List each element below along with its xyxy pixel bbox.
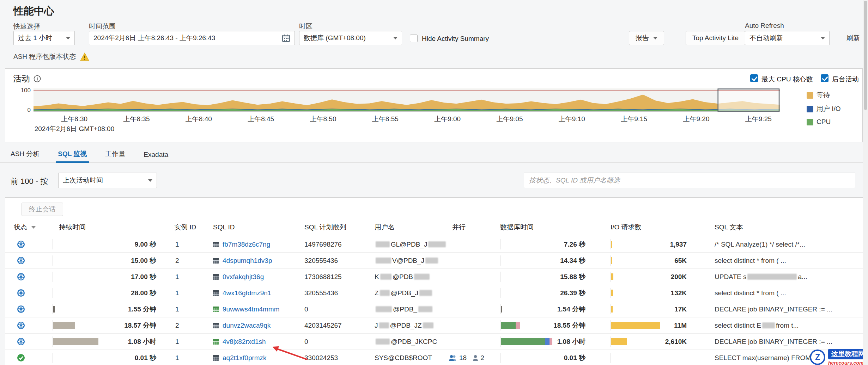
timezone-dropdown[interactable]: 数据库 (GMT+08:00) xyxy=(299,31,402,45)
column-header-9[interactable]: I/O 请求数 xyxy=(611,218,642,236)
duration-value: 9.00 秒 xyxy=(135,236,156,252)
cell-instance-id: 1 xyxy=(175,285,207,301)
activity-area-chart[interactable] xyxy=(34,88,780,112)
time-range-value: 2024年2月6日 上午8:26:43 - 上午9:26:43 xyxy=(93,33,215,43)
io-value: 1,937 xyxy=(670,236,687,252)
redacted-segment xyxy=(414,274,430,280)
column-header-label: 实例 ID xyxy=(174,223,196,232)
hide-activity-summary-label[interactable]: Hide Activity Summary xyxy=(422,35,489,43)
column-header-2[interactable]: 持续时间 xyxy=(59,218,86,236)
cell-sql-id: 0vxfakqhjt36g xyxy=(212,269,301,285)
background-activity-checkbox[interactable] xyxy=(821,74,828,82)
vertical-scrollbar[interactable] xyxy=(863,0,868,365)
duration-value: 0.01 秒 xyxy=(135,350,156,365)
sql-id-link[interactable]: 4v8jx82rxd1sh xyxy=(223,338,266,346)
table-row[interactable]: 28.00 秒14wx16gfdmz9n1320555436Z@PDB_J26.… xyxy=(5,285,863,301)
x-axis-date-label: 2024年2月6日 GMT+08:00 xyxy=(32,124,117,134)
table-row[interactable]: 1.55 分钟19uwwws4tm4mmm0@PDB_1.54 分钟17KDEC… xyxy=(5,301,863,317)
sql-id-link[interactable]: 0vxfakqhjt36g xyxy=(223,273,264,281)
time-range-field[interactable]: 2024年2月6日 上午8:26:43 - 上午9:26:43 xyxy=(89,31,295,45)
cell-parallel xyxy=(448,285,498,301)
text-segment: DECLARE job BINARY_INTEGER := ... xyxy=(715,338,832,346)
legend-swatch xyxy=(807,119,813,125)
sql-id-link[interactable]: aq2t1xf0prmzk xyxy=(223,354,267,362)
scheduler-job-icon xyxy=(212,306,219,313)
column-header-5[interactable]: SQL 计划散列 xyxy=(304,218,346,236)
bar-axis xyxy=(500,272,500,282)
table-row[interactable]: 9.00 秒1fb7m38dz6c7ng1497698276GL@PDB_J7.… xyxy=(5,236,863,253)
text-segment: @PDB_JKCPC xyxy=(391,338,437,346)
cell-plan-hash: 0 xyxy=(304,334,371,349)
text-segment: K xyxy=(375,273,379,281)
cell-status xyxy=(17,236,38,252)
calendar-icon[interactable] xyxy=(282,34,290,42)
io-bar xyxy=(611,338,627,345)
bar-axis xyxy=(53,353,53,363)
column-header-7[interactable]: 并行 xyxy=(452,218,466,236)
io-value: 132K xyxy=(671,285,687,301)
scrollbar-thumb[interactable] xyxy=(864,1,867,110)
cell-status xyxy=(17,350,38,365)
sql-id-link[interactable]: 4wx16gfdmz9n1 xyxy=(223,289,271,297)
text-segment: SELECT max(username) FROM ... xyxy=(715,354,818,362)
sql-running-icon xyxy=(17,256,25,265)
top-activity-lite-button[interactable]: Top Activity Lite xyxy=(686,31,745,45)
cell-instance-id: 1 xyxy=(175,301,207,317)
report-button[interactable]: 报告 xyxy=(629,31,664,45)
max-cpu-cores-checkbox[interactable] xyxy=(750,74,758,82)
sql-id-link[interactable]: 9uwwws4tm4mmm xyxy=(223,305,280,313)
legend-label: 用户 I/O xyxy=(817,104,841,113)
bar-axis xyxy=(53,288,53,298)
column-header-3[interactable]: 实例 ID xyxy=(174,218,196,236)
table-row[interactable]: 1.08 小时14v8jx82rxd1sh0@PDB_JKCPC1.08 小时2… xyxy=(5,334,863,350)
tab-sql-monitoring[interactable]: SQL 监视 xyxy=(56,149,89,163)
cell-io-requests: 200K xyxy=(611,269,689,285)
bar-axis xyxy=(500,353,500,363)
text-segment: DECLARE job BINARY_INTEGER := ... xyxy=(715,305,832,313)
sql-id-link[interactable]: dunvz2waca9qk xyxy=(223,322,271,329)
column-header-1[interactable]: 状态 xyxy=(14,218,36,236)
db-time-bar-segment xyxy=(501,322,516,329)
legend-swatch xyxy=(807,92,813,99)
table-row[interactable]: 17.00 秒10vxfakqhjt36g1730688125K@PDB15.8… xyxy=(5,269,863,285)
warning-icon[interactable] xyxy=(80,52,89,61)
cell-duration: 1.08 小时 xyxy=(53,334,158,349)
time-range-label: 时间范围 xyxy=(89,22,116,31)
chevron-down-icon xyxy=(653,37,657,39)
tab-ash-analytics[interactable]: ASH 分析 xyxy=(8,149,42,163)
io-bar xyxy=(611,322,660,329)
kill-session-button[interactable]: 终止会话 xyxy=(22,203,63,216)
auto-refresh-dropdown[interactable]: 不自动刷新 xyxy=(745,31,830,45)
column-header-4[interactable]: SQL ID xyxy=(213,218,235,236)
bar-axis xyxy=(53,255,53,266)
sort-by-dropdown[interactable]: 上次活动时间 xyxy=(58,173,157,188)
refresh-button[interactable]: 刷新 xyxy=(840,31,866,45)
table-row[interactable]: 18.57 分钟2dunvz2waca9qk4203145267J@PDB_JZ… xyxy=(5,317,863,334)
text-segment: UPDATE s xyxy=(715,273,746,281)
background-activity-label[interactable]: 后台活动 xyxy=(832,75,859,84)
db-time-bar-segment xyxy=(516,322,520,329)
column-header-8[interactable]: 数据库时间 xyxy=(500,218,534,236)
table-row[interactable]: 0.01 秒1aq2t1xf0prmzk330024253SYS@CDB$ROO… xyxy=(5,350,863,365)
sort-caret-icon[interactable] xyxy=(31,226,36,229)
sql-filter-input[interactable] xyxy=(524,173,855,188)
tab-workload[interactable]: 工作量 xyxy=(103,149,127,163)
db-time-value: 0.01 秒 xyxy=(564,350,585,365)
sql-id-link[interactable]: fb7m38dz6c7ng xyxy=(223,241,270,248)
info-icon[interactable] xyxy=(34,75,41,82)
sql-type-icon-wrap xyxy=(212,322,219,329)
cell-io-requests: 2,610K xyxy=(611,334,689,349)
db-time-value: 18.55 分钟 xyxy=(553,317,585,333)
tab-exadata[interactable]: Exadata xyxy=(141,151,170,163)
hide-activity-summary-checkbox[interactable] xyxy=(410,35,418,42)
column-header-label: SQL 文本 xyxy=(715,223,743,232)
table-row[interactable]: 15.00 秒24dspumqh1dv3p320555436V@PDB_J14.… xyxy=(5,253,863,269)
ash-package-status-label: ASH 程序包版本状态 xyxy=(13,52,76,61)
max-cpu-cores-label[interactable]: 最大 CPU 核心数 xyxy=(761,75,813,84)
column-header-6[interactable]: 用户名 xyxy=(375,218,395,236)
cell-io-requests: 11M xyxy=(611,317,689,333)
quick-select-dropdown[interactable]: 过去 1 小时 xyxy=(13,31,75,45)
sql-id-link[interactable]: 4dspumqh1dv3p xyxy=(223,257,272,265)
text-segment: Z xyxy=(375,289,379,297)
column-header-10[interactable]: SQL 文本 xyxy=(715,218,743,236)
